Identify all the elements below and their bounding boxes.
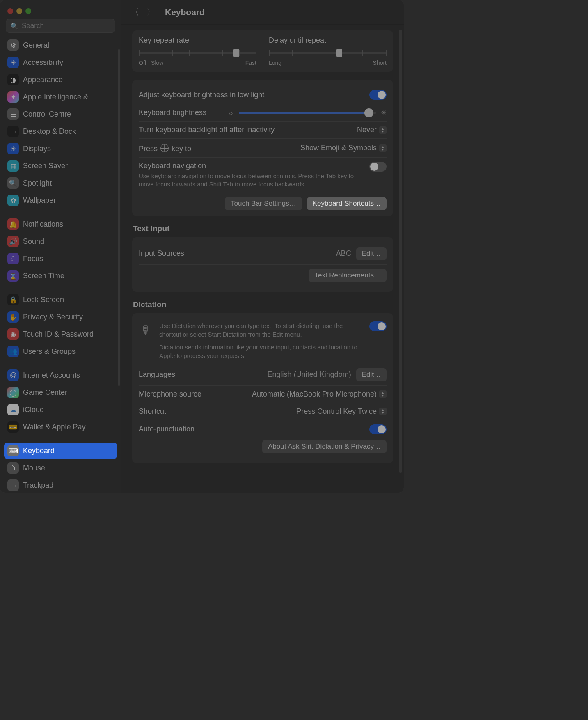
keyboard-navigation-toggle[interactable] [369,162,387,172]
main-header: 〈 〉 Keyboard [121,0,404,25]
sidebar-item-label: Appearance [23,76,63,84]
chevron-updown-icon: ▴▾ [379,126,387,134]
sidebar-item-label: Wallet & Apple Pay [23,423,85,431]
sidebar-item-general[interactable]: ⚙General [4,37,117,53]
content-scroll[interactable]: Key repeat rate Off Slow Fast Delay unt [121,25,404,493]
minimize-window-button[interactable] [16,8,22,14]
sidebar-item-label: Spotlight [23,179,52,188]
internet-accounts-icon: @ [7,369,19,381]
backlight-off-popup[interactable]: Never ▴▾ [357,126,387,134]
touch-bar-settings-button[interactable]: Touch Bar Settings… [225,197,302,210]
sidebar-item-spotlight[interactable]: 🔍Spotlight [4,175,117,191]
dictation-shortcut-label: Shortcut [139,407,166,416]
text-replacements-button[interactable]: Text Replacements… [309,269,387,282]
apple-intelligence--icon: ✦ [7,91,19,103]
desktop-dock-icon: ▭ [7,126,19,137]
dictation-section-title: Dictation [133,300,393,309]
sidebar-item-internet-accounts[interactable]: @Internet Accounts [4,367,117,383]
press-globe-popup[interactable]: Show Emoji & Symbols ▴▾ [300,144,387,152]
window-controls [0,5,121,19]
microphone-source-popup[interactable]: Automatic (MacBook Pro Microphone) ▴▾ [252,390,387,399]
sidebar-item-notifications[interactable]: 🔔Notifications [4,216,117,232]
sidebar-item-appearance[interactable]: ◑Appearance [4,71,117,88]
sidebar-scrollbar[interactable] [118,49,120,386]
search-input[interactable]: 🔍 Search [6,19,115,33]
input-sources-value: ABC [336,249,351,258]
spotlight-icon: 🔍 [7,177,19,189]
sidebar-item-label: Touch ID & Password [23,330,94,339]
sidebar-item-keyboard[interactable]: ⌨Keyboard [4,443,117,459]
sidebar-item-screen-time[interactable]: ⌛Screen Time [4,268,117,284]
sidebar-item-lock-screen[interactable]: 🔒Lock Screen [4,291,117,308]
mouse-icon: 🖱 [7,462,19,474]
content-scrollbar[interactable] [399,30,402,473]
microphone-icon: 🎙 [139,321,153,339]
sidebar-item-wallet-apple-pay[interactable]: 💳Wallet & Apple Pay [4,419,117,435]
dictation-languages-edit-button[interactable]: Edit… [356,368,387,381]
nav-forward-button[interactable]: 〉 [145,7,156,18]
sidebar-item-users-groups[interactable]: 👥Users & Groups [4,343,117,360]
sidebar-list[interactable]: ⚙General☀Accessibility◑Appearance✦Apple … [0,37,121,493]
sidebar-item-desktop-dock[interactable]: ▭Desktop & Dock [4,123,117,140]
dictation-shortcut-popup[interactable]: Press Control Key Twice ▴▾ [296,407,387,416]
dictation-panel: 🎙 Use Dictation wherever you can type te… [132,313,393,463]
sidebar-item-accessibility[interactable]: ☀Accessibility [4,54,117,71]
search-placeholder: Search [22,22,44,30]
chevron-updown-icon: ▴▾ [379,408,387,415]
sidebar: 🔍 Search ⚙General☀Accessibility◑Appearan… [0,0,121,493]
sidebar-item-label: Screen Saver [23,162,68,170]
sidebar-item-control-centre[interactable]: ☰Control Centre [4,106,117,122]
dictation-description-2: Dictation sends information like your vo… [159,343,364,360]
sidebar-item-wallpaper[interactable]: ✿Wallpaper [4,192,117,209]
sidebar-item-game-center[interactable]: ◯Game Center [4,384,117,401]
input-sources-edit-button[interactable]: Edit… [356,247,387,260]
key-repeat-slow-label: Slow [151,60,163,66]
key-repeat-fast-label: Fast [245,60,256,66]
sidebar-item-mouse[interactable]: 🖱Mouse [4,460,117,476]
auto-punctuation-toggle[interactable] [369,424,387,434]
dictation-languages-value: English (United Kingdom) [268,370,351,379]
sidebar-item-apple-intelligence-[interactable]: ✦Apple Intelligence &… [4,89,117,105]
sidebar-item-privacy-security[interactable]: ✋Privacy & Security [4,309,117,325]
sidebar-item-label: Internet Accounts [23,371,80,380]
keyboard-navigation-label: Keyboard navigation [139,162,364,170]
sidebar-item-touch-id-password[interactable]: ◉Touch ID & Password [4,326,117,342]
sidebar-item-screen-saver[interactable]: ▦Screen Saver [4,158,117,174]
nav-back-button[interactable]: 〈 [130,7,140,18]
keyboard-shortcuts-button[interactable]: Keyboard Shortcuts… [307,197,387,210]
accessibility-icon: ☀ [7,57,19,68]
sidebar-item-label: Control Centre [23,110,71,119]
adjust-brightness-low-light-label: Adjust keyboard brightness in low light [139,91,264,99]
keyboard-brightness-label: Keyboard brightness [139,108,206,117]
input-sources-label: Input Sources [139,249,184,258]
press-globe-label: Press key to [139,143,191,153]
sidebar-item-label: Accessibility [23,58,63,67]
sidebar-item-label: Notifications [23,220,63,229]
adjust-brightness-low-light-toggle[interactable] [369,90,387,100]
screen-saver-icon: ▦ [7,160,19,172]
notifications-icon: 🔔 [7,218,19,230]
globe-icon [160,144,169,152]
about-dictation-privacy-button[interactable]: About Ask Siri, Dictation & Privacy… [262,440,387,453]
dictation-shortcut-value: Press Control Key Twice [296,407,377,416]
sidebar-item-trackpad[interactable]: ▭Trackpad [4,477,117,493]
sidebar-item-label: Focus [23,255,43,263]
sidebar-item-sound[interactable]: 🔊Sound [4,233,117,250]
privacy-security-icon: ✋ [7,311,19,323]
sidebar-item-displays[interactable]: ☀Displays [4,140,117,157]
sidebar-item-label: Displays [23,144,51,153]
delay-until-repeat-slider[interactable] [269,49,387,57]
key-repeat-rate-slider[interactable] [139,49,256,57]
sidebar-item-label: Lock Screen [23,296,64,304]
appearance-icon: ◑ [7,74,19,85]
sidebar-item-focus[interactable]: ☾Focus [4,250,117,267]
zoom-window-button[interactable] [25,8,31,14]
keyboard-brightness-slider[interactable] [239,112,376,114]
close-window-button[interactable] [7,8,13,14]
microphone-source-label: Microphone source [139,390,201,399]
dictation-toggle[interactable] [369,321,387,331]
screen-time-icon: ⌛ [7,270,19,282]
sidebar-item-icloud[interactable]: ☁iCloud [4,401,117,418]
sidebar-item-label: Desktop & Dock [23,127,76,136]
displays-icon: ☀ [7,143,19,154]
